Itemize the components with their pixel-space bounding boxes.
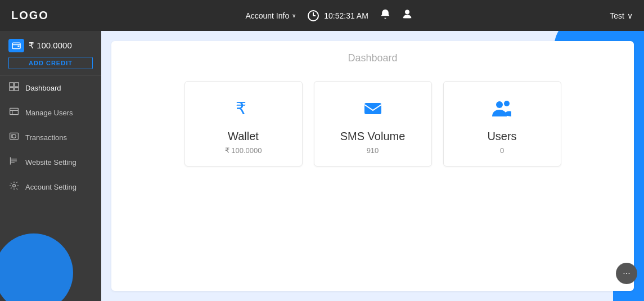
- sms-volume-card: SMS Volume 910: [314, 81, 432, 167]
- wallet-card-icon: ₹: [233, 98, 254, 123]
- user-name-label: Test: [610, 11, 624, 20]
- agent-icon[interactable]: [401, 8, 413, 23]
- sms-volume-card-value: 910: [367, 146, 379, 155]
- logo: LOGO: [11, 9, 49, 22]
- sidebar-item-manage-users[interactable]: Manage Users: [0, 100, 101, 125]
- svg-text:₹: ₹: [236, 99, 246, 118]
- svg-rect-15: [10, 133, 19, 139]
- chat-bubble-icon: ···: [623, 268, 630, 278]
- account-info-button[interactable]: Account Info ∨: [245, 11, 296, 20]
- svg-rect-8: [10, 83, 13, 87]
- header: LOGO Account Info ∨ 10:52:31 AM: [0, 0, 644, 31]
- svg-point-25: [496, 101, 503, 108]
- svg-rect-5: [404, 17, 410, 19]
- clock-icon: [307, 10, 319, 22]
- content-area: Dashboard ₹ Wallet ₹ 100.0000: [101, 31, 644, 301]
- wallet-card-title: Wallet: [228, 130, 259, 143]
- sidebar-item-label: Account Setting: [25, 183, 76, 191]
- balance-amount: ₹ 100.0000: [29, 41, 72, 51]
- dashboard-icon: [8, 82, 20, 93]
- svg-point-16: [12, 134, 16, 138]
- sidebar-item-label: Manage Users: [25, 109, 73, 117]
- sms-volume-card-title: SMS Volume: [340, 130, 406, 143]
- header-icons: [380, 8, 413, 23]
- svg-rect-9: [15, 83, 19, 87]
- account-info-label: Account Info: [245, 11, 289, 20]
- wallet-section: ₹ 100.0000 ADD CREDIT: [0, 31, 101, 75]
- svg-point-26: [504, 101, 510, 106]
- chat-bubble-button[interactable]: ···: [616, 263, 637, 284]
- sidebar-item-website-setting[interactable]: Website Setting: [0, 150, 101, 174]
- sidebar: ₹ 100.0000 ADD CREDIT Dashboard: [0, 31, 101, 301]
- sidebar-item-account-setting[interactable]: Account Setting: [0, 174, 101, 199]
- svg-point-22: [13, 185, 16, 187]
- wallet-icon: [8, 39, 24, 52]
- svg-rect-11: [15, 88, 19, 91]
- svg-rect-7: [17, 46, 19, 47]
- sidebar-item-label: Transactions: [25, 133, 67, 142]
- sidebar-item-dashboard[interactable]: Dashboard: [0, 75, 101, 100]
- users-card-icon: [491, 98, 514, 123]
- users-card-value: 0: [500, 146, 504, 155]
- account-info-chevron: ∨: [292, 12, 296, 19]
- user-menu-chevron: ∨: [627, 11, 633, 20]
- sms-volume-card-icon: [363, 98, 383, 123]
- wallet-card: ₹ Wallet ₹ 100.0000: [184, 81, 303, 167]
- user-menu-button[interactable]: Test ∨: [610, 11, 633, 20]
- sidebar-item-label: Dashboard: [25, 84, 61, 92]
- svg-rect-10: [10, 88, 13, 91]
- header-center: Account Info ∨ 10:52:31 AM: [245, 8, 413, 23]
- manage-users-icon: [8, 107, 20, 118]
- bell-icon[interactable]: [380, 8, 391, 23]
- add-credit-button[interactable]: ADD CREDIT: [8, 57, 93, 69]
- sidebar-item-transactions[interactable]: Transactions: [0, 125, 101, 150]
- wallet-card-value: ₹ 100.0000: [225, 146, 262, 155]
- transactions-icon: [8, 132, 20, 143]
- account-setting-icon: [8, 181, 20, 192]
- header-time-display: 10:52:31 AM: [307, 10, 368, 22]
- website-setting-icon: [8, 156, 20, 168]
- wallet-balance-display: ₹ 100.0000: [8, 39, 93, 52]
- sidebar-item-label: Website Setting: [25, 158, 76, 167]
- dashboard-panel: Dashboard ₹ Wallet ₹ 100.0000: [111, 41, 634, 291]
- svg-rect-12: [10, 108, 19, 114]
- users-card-title: Users: [487, 130, 516, 143]
- users-card: Users 0: [443, 81, 561, 167]
- time-label: 10:52:31 AM: [324, 11, 368, 20]
- dashboard-cards: ₹ Wallet ₹ 100.0000 SMS Volume: [128, 81, 617, 167]
- svg-rect-24: [364, 103, 381, 114]
- dashboard-title: Dashboard: [128, 52, 617, 64]
- main-layout: ₹ 100.0000 ADD CREDIT Dashboard: [0, 31, 644, 301]
